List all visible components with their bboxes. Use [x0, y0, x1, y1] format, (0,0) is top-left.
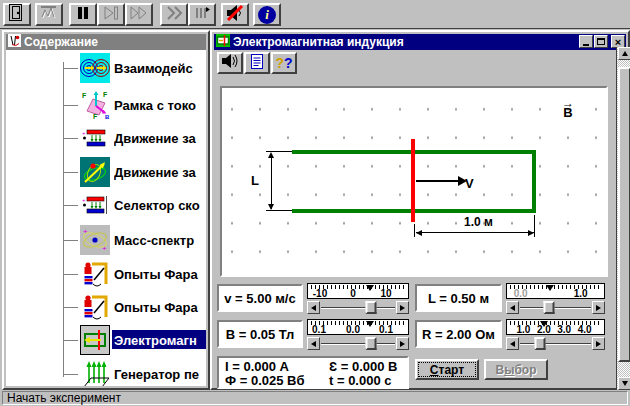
scrollbar-thumb[interactable] [618, 67, 630, 362]
close-icon: × [615, 37, 621, 47]
help-button[interactable]: ?? [271, 52, 297, 74]
minimize-button[interactable] [579, 35, 593, 48]
resistance-slider[interactable] [506, 337, 605, 350]
list-item-dvizhenie-1[interactable]: Движение за [114, 131, 206, 146]
step-marks-button [188, 3, 216, 26]
oscilloscope-icon [40, 4, 58, 25]
field-scale: 0.1 0.0 0.1 [307, 319, 409, 335]
slider-right-arrow[interactable] [592, 337, 605, 350]
status-message: Начать эксперимент [2, 391, 628, 405]
list-item-faraday-2[interactable]: Опыты Фара [114, 300, 206, 315]
moving-rod[interactable] [411, 139, 415, 222]
resistance-scale: 1.0 2.0 3.0 4.0 [506, 319, 605, 335]
velocity-selector-icon: + [82, 194, 109, 220]
length-slider-thumb[interactable] [543, 301, 554, 314]
pause-icon [76, 6, 90, 24]
experiment-title: Электромагнитная индукция [233, 35, 404, 49]
slider-left-arrow[interactable] [506, 301, 519, 314]
sound-button[interactable] [217, 52, 243, 74]
contents-app-icon [8, 34, 21, 50]
contents-window: Содержание Взаимодейс FFFB Рамка с токо … [2, 30, 210, 390]
rail-right [532, 150, 536, 213]
list-item-induction[interactable]: Электромагн [114, 333, 206, 348]
list-item-ramka[interactable]: Рамка с токо [114, 98, 206, 113]
step-forward-icon [103, 6, 119, 24]
exit-button[interactable] [3, 3, 31, 26]
velocity-slider-thumb[interactable] [365, 301, 376, 314]
mass-spectrometer-icon: ++ [80, 225, 110, 259]
minimize-icon [583, 44, 589, 46]
svg-text:+: + [102, 244, 107, 253]
svg-text:B: B [105, 114, 110, 120]
svg-text:F: F [103, 91, 108, 98]
generator-icon [82, 359, 110, 386]
list-item-dvizhenie-2[interactable]: Движение за [114, 165, 206, 180]
velocity-arrow-line [416, 180, 458, 182]
field-scale-pointer [366, 321, 374, 327]
resistance-slider-thumb[interactable] [535, 337, 546, 350]
readout-panel: I = 0.000 А Ɛ = 0.000 В Ф = 0.025 Вб t =… [217, 356, 409, 389]
start-button[interactable]: Старт [415, 359, 479, 380]
current-readout: I = 0.000 А [225, 360, 329, 374]
step-forward-button [97, 3, 125, 26]
list-item-selektor[interactable]: Селектор ско [114, 198, 206, 213]
plot-button [35, 3, 63, 26]
help-icon: ?? [275, 55, 292, 71]
flux-readout: Ф = 0.025 Вб [225, 374, 329, 388]
slider-right-arrow[interactable] [396, 301, 409, 314]
slider-right-arrow[interactable] [396, 337, 409, 350]
info-button[interactable]: i [253, 3, 281, 26]
fast-forward-button [125, 3, 153, 26]
rewind-icon [166, 6, 183, 24]
capacitor-icon: + [82, 127, 109, 153]
list-item-faraday-1[interactable]: Опыты Фара [114, 267, 206, 282]
width-dimension-line [416, 232, 534, 233]
exit-door-icon [8, 4, 26, 25]
contents-titlebar: Содержание [6, 34, 206, 50]
field-value: B = 0.05 Тл [217, 320, 303, 348]
field-slider[interactable] [307, 337, 409, 350]
velocity-value: v = 5.00 м/с [217, 284, 303, 312]
faraday-icon [82, 259, 110, 293]
slider-right-arrow[interactable] [592, 301, 605, 314]
list-item-vzaimodeystvie[interactable]: Взаимодейс [114, 61, 206, 76]
length-slider[interactable] [506, 301, 605, 314]
b-field-vector: → B [560, 100, 576, 119]
length-scale-pointer [546, 285, 554, 291]
rewind-button [160, 3, 188, 26]
slider-left-arrow[interactable] [506, 337, 519, 350]
experiment-app-icon [216, 34, 230, 50]
svg-text:+: + [83, 227, 88, 236]
length-scale: 0.0 1.0 [506, 283, 605, 299]
mute-button[interactable] [221, 3, 249, 26]
step-marks-icon [194, 6, 211, 24]
l-dimension-label: L [251, 173, 259, 188]
coils-icon [80, 53, 110, 87]
pause-button[interactable] [69, 3, 97, 26]
svg-text:+: + [82, 130, 86, 136]
velocity-scale: -10 0 10 [307, 283, 409, 299]
induction-icon [80, 325, 110, 359]
length-value: L = 0.50 м [415, 284, 502, 312]
info-icon: i [258, 6, 276, 24]
description-button[interactable] [244, 52, 270, 74]
svg-text:F: F [82, 92, 87, 99]
scroll-down-button[interactable] [618, 377, 630, 390]
field-slider-thumb[interactable] [365, 337, 376, 350]
speaker-icon [220, 52, 240, 74]
slider-left-arrow[interactable] [307, 301, 320, 314]
list-item-generator[interactable]: Генератор пе [114, 367, 206, 382]
slider-left-arrow[interactable] [307, 337, 320, 350]
vertical-scrollbar[interactable] [616, 47, 630, 390]
velocity-slider[interactable] [307, 301, 409, 314]
up-arrow-icon [622, 51, 628, 56]
simulation-canvas: V L 1.0 м → B [220, 86, 608, 277]
list-item-mass-spektr[interactable]: Масс-спектр [114, 233, 206, 248]
current-frame-icon: FFFB [80, 90, 110, 124]
status-bar: Начать эксперимент [0, 390, 630, 406]
maximize-button[interactable] [594, 35, 608, 48]
faraday-icon [82, 292, 110, 326]
document-icon [250, 53, 264, 74]
l-dimension-line [271, 154, 272, 209]
scroll-up-button[interactable] [618, 47, 630, 60]
